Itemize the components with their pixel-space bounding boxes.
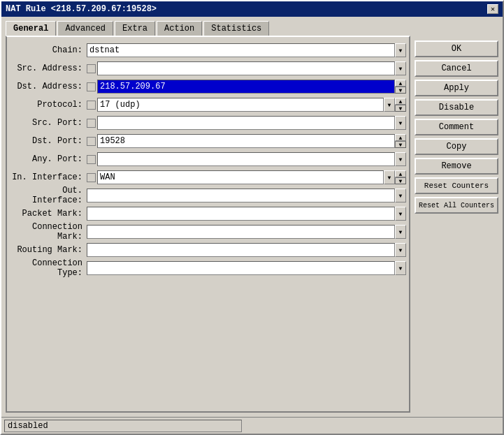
tab-advanced[interactable]: Advanced bbox=[57, 21, 113, 36]
dst-address-label: Dst. Address: bbox=[10, 82, 87, 91]
protocol-field: ▼ ▲ ▼ bbox=[87, 98, 406, 112]
tabs: General Advanced Extra Action Statistics bbox=[6, 21, 410, 36]
tab-action[interactable]: Action bbox=[157, 21, 202, 36]
connection-mark-input[interactable] bbox=[87, 225, 395, 239]
out-interface-input[interactable] bbox=[87, 189, 395, 202]
src-port-row: Src. Port: ▼ bbox=[10, 115, 406, 131]
src-port-input[interactable] bbox=[97, 116, 395, 130]
routing-mark-field: ▼ bbox=[87, 243, 406, 257]
connection-type-dropdown-arrow[interactable]: ▼ bbox=[395, 261, 406, 275]
packet-mark-input[interactable] bbox=[87, 207, 395, 221]
ok-button[interactable]: OK bbox=[415, 40, 498, 57]
dst-address-down-arrow[interactable]: ▼ bbox=[395, 87, 406, 94]
any-port-dropdown-arrow[interactable]: ▼ bbox=[395, 152, 406, 166]
connection-mark-dropdown-arrow[interactable]: ▼ bbox=[395, 225, 406, 239]
dst-address-field: ▲ ▼ bbox=[87, 80, 406, 94]
protocol-down-arrow[interactable]: ▼ bbox=[395, 105, 406, 112]
copy-button[interactable]: Copy bbox=[415, 138, 498, 155]
in-interface-field: ▼ ▲ ▼ bbox=[87, 170, 406, 184]
src-address-label: Src. Address: bbox=[10, 64, 87, 73]
out-interface-row: Out. Interface: ▼ bbox=[10, 188, 406, 203]
window-title: NAT Rule <218.57.209.67:19528> bbox=[6, 4, 157, 14]
protocol-checkbox[interactable] bbox=[87, 101, 96, 110]
routing-mark-row: Routing Mark: ▼ bbox=[10, 242, 406, 258]
src-address-dropdown-arrow[interactable]: ▼ bbox=[395, 61, 406, 75]
dst-port-field: ▲ ▼ bbox=[87, 134, 406, 148]
in-interface-row: In. Interface: ▼ ▲ ▼ bbox=[10, 170, 406, 185]
reset-counters-button[interactable]: Reset Counters bbox=[415, 177, 498, 194]
out-interface-field: ▼ bbox=[87, 189, 406, 202]
protocol-input[interactable] bbox=[97, 98, 384, 112]
in-interface-down-arrow[interactable]: ▼ bbox=[395, 177, 406, 184]
dst-address-row: Dst. Address: ▲ ▼ bbox=[10, 79, 406, 94]
src-port-field: ▼ bbox=[87, 116, 406, 130]
dst-port-up-arrow[interactable]: ▲ bbox=[395, 134, 406, 141]
src-address-input[interactable] bbox=[97, 61, 395, 75]
dst-address-input[interactable] bbox=[97, 80, 395, 94]
status-text: disabled bbox=[4, 420, 242, 432]
dst-port-row: Dst. Port: ▲ ▼ bbox=[10, 133, 406, 149]
close-button[interactable]: ✕ bbox=[487, 4, 498, 14]
any-port-checkbox[interactable] bbox=[87, 155, 96, 164]
chain-field: ▼ bbox=[87, 43, 406, 57]
protocol-row: Protocol: ▼ ▲ ▼ bbox=[10, 97, 406, 112]
chain-label: Chain: bbox=[10, 45, 87, 55]
routing-mark-dropdown-arrow[interactable]: ▼ bbox=[395, 243, 406, 257]
dst-address-up-arrow[interactable]: ▲ bbox=[395, 80, 406, 87]
protocol-dropdown-arrow[interactable]: ▼ bbox=[384, 98, 395, 112]
dst-port-down-arrow[interactable]: ▼ bbox=[395, 141, 406, 148]
protocol-up-arrow[interactable]: ▲ bbox=[395, 98, 406, 105]
dst-port-input[interactable] bbox=[97, 134, 395, 148]
in-interface-input[interactable] bbox=[97, 170, 384, 184]
any-port-field: ▼ bbox=[87, 152, 406, 166]
src-port-dropdown-arrow[interactable]: ▼ bbox=[395, 116, 406, 130]
form-panel: Chain: ▼ Src. Address: ▼ bbox=[6, 36, 410, 413]
out-interface-dropdown-arrow[interactable]: ▼ bbox=[395, 189, 406, 202]
reset-all-counters-button[interactable]: Reset All Counters bbox=[415, 197, 498, 214]
routing-mark-label: Routing Mark: bbox=[10, 245, 87, 255]
chain-row: Chain: ▼ bbox=[10, 43, 406, 58]
in-interface-dropdown-arrow[interactable]: ▼ bbox=[384, 170, 395, 184]
src-address-checkbox[interactable] bbox=[87, 64, 96, 73]
in-interface-up-arrow[interactable]: ▲ bbox=[395, 170, 406, 177]
tab-extra[interactable]: Extra bbox=[115, 21, 155, 36]
connection-mark-row: Connection Mark: ▼ bbox=[10, 224, 406, 239]
dst-port-arrows: ▲ ▼ bbox=[395, 134, 406, 148]
tab-general[interactable]: General bbox=[6, 21, 56, 36]
comment-button[interactable]: Comment bbox=[415, 119, 498, 135]
any-port-input[interactable] bbox=[97, 152, 395, 166]
remove-button[interactable]: Remove bbox=[415, 158, 498, 175]
any-port-label: Any. Port: bbox=[10, 154, 87, 164]
routing-mark-input[interactable] bbox=[87, 243, 395, 257]
connection-type-label: Connection Type: bbox=[10, 258, 87, 278]
in-interface-checkbox[interactable] bbox=[87, 173, 96, 182]
in-interface-label: In. Interface: bbox=[10, 172, 87, 182]
src-port-label: Src. Port: bbox=[10, 118, 87, 128]
status-bar: disabled bbox=[1, 417, 503, 434]
disable-button[interactable]: Disable bbox=[415, 99, 498, 116]
cancel-button[interactable]: Cancel bbox=[415, 60, 498, 77]
packet-mark-field: ▼ bbox=[87, 207, 406, 221]
protocol-label: Protocol: bbox=[10, 100, 87, 110]
title-bar: NAT Rule <218.57.209.67:19528> ✕ bbox=[1, 1, 503, 17]
src-address-field: ▼ bbox=[87, 61, 406, 75]
connection-type-input[interactable] bbox=[87, 261, 395, 275]
protocol-arrows: ▲ ▼ bbox=[395, 98, 406, 112]
dst-port-label: Dst. Port: bbox=[10, 136, 87, 146]
connection-mark-field: ▼ bbox=[87, 225, 406, 239]
connection-type-row: Connection Type: ▼ bbox=[10, 260, 406, 276]
chain-input[interactable] bbox=[87, 43, 395, 57]
apply-button[interactable]: Apply bbox=[415, 80, 498, 96]
packet-mark-dropdown-arrow[interactable]: ▼ bbox=[395, 207, 406, 221]
nat-rule-window: NAT Rule <218.57.209.67:19528> ✕ General… bbox=[0, 0, 504, 435]
src-address-row: Src. Address: ▼ bbox=[10, 61, 406, 76]
chain-dropdown-arrow[interactable]: ▼ bbox=[395, 43, 406, 57]
packet-mark-row: Packet Mark: ▼ bbox=[10, 206, 406, 221]
out-interface-label: Out. Interface: bbox=[10, 186, 87, 205]
dst-port-checkbox[interactable] bbox=[87, 137, 96, 146]
src-port-checkbox[interactable] bbox=[87, 119, 96, 128]
tab-statistics[interactable]: Statistics bbox=[203, 21, 269, 36]
right-panel: OK Cancel Apply Disable Comment Copy Rem… bbox=[415, 21, 498, 413]
dst-address-checkbox[interactable] bbox=[87, 82, 96, 91]
dst-address-arrows: ▲ ▼ bbox=[395, 80, 406, 94]
